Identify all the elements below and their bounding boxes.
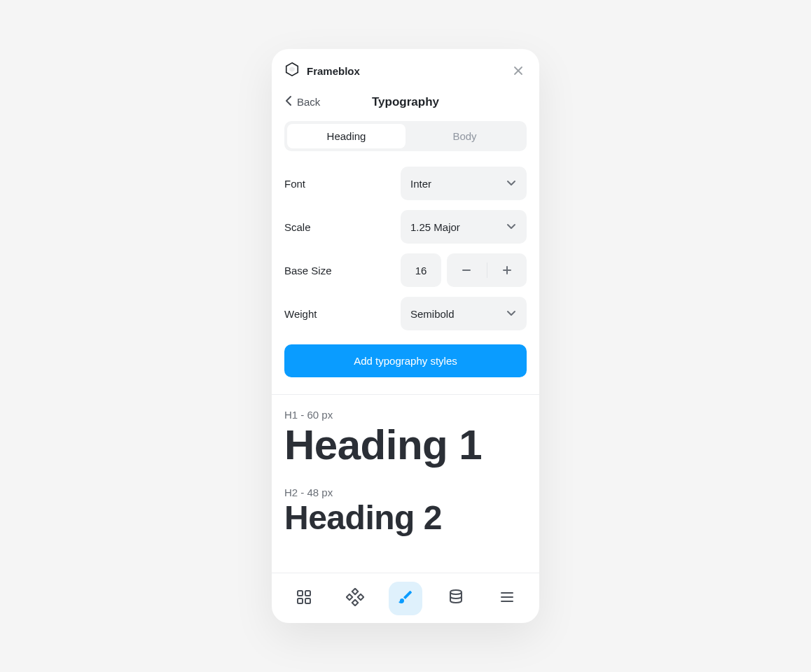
base-size-input[interactable]: 16 xyxy=(401,253,441,287)
h2-meta: H2 - 48 px xyxy=(284,486,527,498)
weight-select[interactable]: Semibold xyxy=(401,297,527,330)
menu-icon xyxy=(499,589,515,608)
weight-value: Semibold xyxy=(410,308,455,320)
back-label: Back xyxy=(297,96,320,108)
close-button[interactable] xyxy=(510,62,527,79)
scale-label: Scale xyxy=(284,221,311,233)
svg-rect-7 xyxy=(298,598,303,603)
base-size-row: Base Size 16 xyxy=(284,253,527,287)
nav-components[interactable] xyxy=(338,582,372,615)
weight-label: Weight xyxy=(284,308,317,320)
h2-sample: Heading 2 xyxy=(284,500,527,537)
font-row: Font Inter xyxy=(284,167,527,200)
brand: Frameblox xyxy=(284,62,360,80)
h1-sample: Heading 1 xyxy=(284,422,527,468)
brand-name: Frameblox xyxy=(307,65,360,77)
sub-header: Back Typography xyxy=(272,80,539,108)
controls: Font Inter Scale 1.25 Major Base Size 16 xyxy=(272,151,539,330)
h1-preview: H1 - 60 px Heading 1 xyxy=(284,409,527,468)
svg-point-13 xyxy=(450,590,462,594)
svg-rect-9 xyxy=(352,588,357,594)
chevron-down-icon xyxy=(506,177,517,190)
h2-preview: H2 - 48 px Heading 2 xyxy=(284,486,527,537)
font-value: Inter xyxy=(410,178,431,190)
tab-heading[interactable]: Heading xyxy=(287,124,406,148)
tab-body[interactable]: Body xyxy=(406,124,524,148)
decrement-button[interactable] xyxy=(447,253,487,287)
svg-rect-5 xyxy=(298,591,303,596)
chevron-down-icon xyxy=(506,307,517,321)
scale-value: 1.25 Major xyxy=(410,221,460,233)
type-tabs: Heading Body xyxy=(284,121,527,151)
svg-rect-12 xyxy=(357,594,363,599)
increment-button[interactable] xyxy=(487,253,527,287)
back-button[interactable]: Back xyxy=(284,95,320,108)
base-size-label: Base Size xyxy=(284,265,332,276)
svg-rect-6 xyxy=(305,591,310,596)
base-size-stepper xyxy=(447,253,527,287)
previews: H1 - 60 px Heading 1 H2 - 48 px Heading … xyxy=(272,395,539,573)
add-typography-styles-button[interactable]: Add typography styles xyxy=(284,344,527,377)
nav-grid[interactable] xyxy=(287,582,321,615)
nav-data[interactable] xyxy=(439,582,473,615)
scale-row: Scale 1.25 Major xyxy=(284,210,527,244)
grid-icon xyxy=(296,589,312,608)
database-icon xyxy=(448,589,464,608)
svg-rect-10 xyxy=(352,599,357,605)
panel-header: Frameblox xyxy=(272,49,539,80)
bottom-nav xyxy=(272,573,539,623)
scale-select[interactable]: 1.25 Major xyxy=(401,210,527,244)
font-label: Font xyxy=(284,178,305,190)
font-select[interactable]: Inter xyxy=(401,167,527,200)
nav-styles[interactable] xyxy=(389,582,422,615)
brush-icon xyxy=(397,589,414,608)
svg-rect-8 xyxy=(305,598,310,603)
weight-row: Weight Semibold xyxy=(284,297,527,330)
nav-menu[interactable] xyxy=(490,582,524,615)
typography-panel: Frameblox Back Typography Heading Body F… xyxy=(272,49,539,623)
chevron-left-icon xyxy=(284,95,293,108)
svg-rect-11 xyxy=(346,594,352,599)
h1-meta: H1 - 60 px xyxy=(284,409,527,421)
base-size-controls: 16 xyxy=(401,253,527,287)
chevron-down-icon xyxy=(506,220,517,234)
logo-icon xyxy=(284,62,300,80)
diamond-grid-icon xyxy=(346,588,364,609)
